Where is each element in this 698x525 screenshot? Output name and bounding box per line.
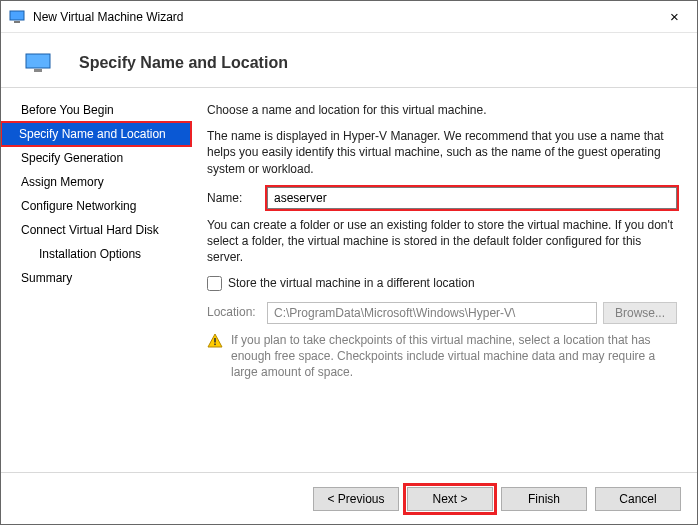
svg-rect-3 (34, 69, 42, 72)
close-icon[interactable]: × (652, 8, 697, 25)
step-configure-networking[interactable]: Configure Networking (1, 194, 191, 218)
location-row: Location: Browse... (207, 302, 677, 324)
content-panel: Choose a name and location for this virt… (191, 88, 697, 472)
store-different-location-check[interactable]: Store the virtual machine in a different… (207, 275, 677, 291)
warning-block: If you plan to take checkpoints of this … (207, 332, 677, 381)
titlebar: New Virtual Machine Wizard × (1, 1, 697, 33)
finish-button[interactable]: Finish (501, 487, 587, 511)
location-label: Location: (207, 304, 267, 320)
window-title: New Virtual Machine Wizard (33, 10, 652, 24)
svg-rect-6 (214, 343, 216, 345)
svg-rect-0 (10, 11, 24, 20)
body: Before You Begin Specify Name and Locati… (1, 88, 697, 472)
description-text: The name is displayed in Hyper-V Manager… (207, 128, 677, 177)
svg-rect-1 (14, 21, 20, 23)
previous-button[interactable]: < Previous (313, 487, 399, 511)
svg-rect-2 (26, 54, 50, 68)
header-icon (25, 53, 51, 73)
name-input[interactable] (267, 187, 677, 209)
name-row: Name: (207, 187, 677, 209)
intro-text: Choose a name and location for this virt… (207, 102, 677, 118)
store-checkbox[interactable] (207, 276, 222, 291)
page-title: Specify Name and Location (79, 54, 288, 72)
next-button[interactable]: Next > (407, 487, 493, 511)
wizard-steps: Before You Begin Specify Name and Locati… (1, 88, 191, 472)
browse-button: Browse... (603, 302, 677, 324)
wizard-window: New Virtual Machine Wizard × Specify Nam… (0, 0, 698, 525)
step-before-you-begin[interactable]: Before You Begin (1, 98, 191, 122)
footer: < Previous Next > Finish Cancel (1, 472, 697, 524)
step-specify-generation[interactable]: Specify Generation (1, 146, 191, 170)
step-summary[interactable]: Summary (1, 266, 191, 290)
warning-text: If you plan to take checkpoints of this … (231, 332, 677, 381)
step-assign-memory[interactable]: Assign Memory (1, 170, 191, 194)
header: Specify Name and Location (1, 33, 697, 88)
step-installation-options[interactable]: Installation Options (1, 242, 191, 266)
svg-rect-5 (214, 338, 216, 343)
cancel-button[interactable]: Cancel (595, 487, 681, 511)
app-icon (9, 9, 25, 25)
store-checkbox-label: Store the virtual machine in a different… (228, 275, 475, 291)
step-specify-name-and-location[interactable]: Specify Name and Location (1, 122, 191, 146)
step-connect-virtual-hard-disk[interactable]: Connect Virtual Hard Disk (1, 218, 191, 242)
location-input (267, 302, 597, 324)
warning-icon (207, 333, 223, 381)
folder-desc-text: You can create a folder or use an existi… (207, 217, 677, 266)
name-label: Name: (207, 190, 267, 206)
